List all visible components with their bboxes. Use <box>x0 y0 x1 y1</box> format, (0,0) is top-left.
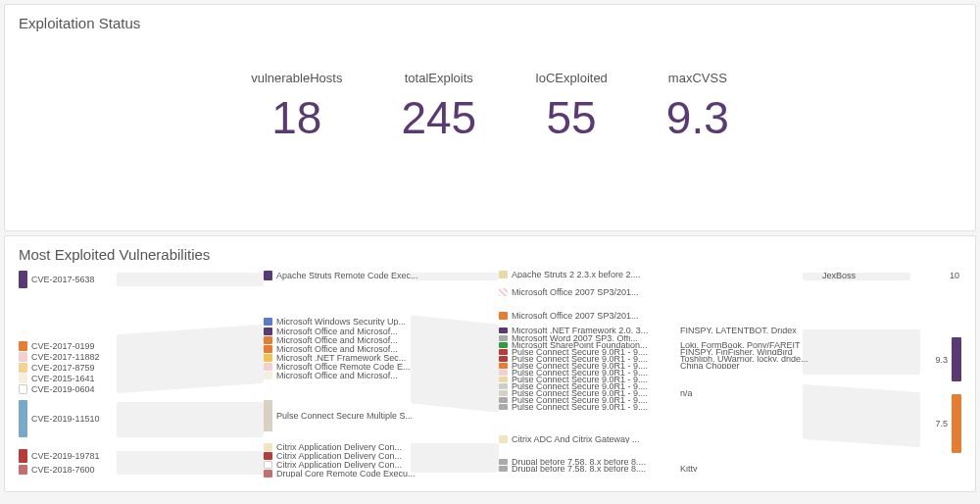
node-label: Pulse Connect Secure 9.0R1 - 9.... <box>512 356 648 362</box>
node-label: Microsoft SharePoint Foundation... <box>512 342 648 348</box>
color-swatch <box>19 352 27 362</box>
sankey-version-node[interactable]: Microsoft Office 2007 SP3/201... <box>499 312 812 320</box>
color-swatch <box>499 271 508 278</box>
sankey-vuln-node[interactable]: Microsoft Office and Microsof... <box>264 372 489 379</box>
score-label: 7.5 <box>935 419 948 428</box>
sankey-diagram[interactable]: CVE-2017-5638CVE-2017-0199CVE-2017-11882… <box>19 271 961 484</box>
node-label: Citrix ADC And Citrix Gateway ... <box>512 435 640 443</box>
color-swatch <box>19 384 27 394</box>
sankey-cve-node[interactable]: CVE-2019-0604 <box>19 384 244 394</box>
node-label: CVE-2017-8759 <box>31 363 95 373</box>
sankey-vuln-node[interactable]: Microsoft Office Remote Code E... <box>264 363 489 371</box>
sankey-cve-node[interactable]: CVE-2019-11510 <box>19 400 244 437</box>
sankey-version-node[interactable]: Citrix ADC And Citrix Gateway ... <box>499 435 812 443</box>
stat-label: vulnerableHosts <box>251 71 342 85</box>
color-swatch <box>499 356 508 362</box>
sankey-vuln-node[interactable]: Citrix Application Delivery Con... <box>264 443 489 451</box>
sankey-cve-node[interactable]: CVE-2017-0199 <box>19 341 244 351</box>
color-swatch <box>264 372 272 379</box>
color-swatch <box>499 312 508 320</box>
sankey-version-node[interactable]: Pulse Connect Secure 9.0R1 - 9....FINSPY… <box>499 349 812 355</box>
sankey-version-node[interactable]: Microsoft .NET Framework 2.0, 3...FINSPY… <box>499 328 812 333</box>
sankey-version-node[interactable]: Pulse Connect Secure 9.0R1 - 9.... <box>499 370 812 376</box>
color-swatch <box>19 341 27 351</box>
sankey-version-node[interactable]: Pulse Connect Secure 9.0R1 - 9.... <box>499 404 812 410</box>
sankey-cve-node[interactable]: CVE-2018-7600 <box>19 465 244 475</box>
sankey-vuln-node[interactable]: Microsoft Windows Security Up... <box>264 318 489 326</box>
node-label: Drupal Core Remote Code Execu... <box>276 470 416 478</box>
sankey-version-node[interactable]: Drupal before 7.58, 8.x before 8....Kitt… <box>499 466 812 472</box>
color-swatch <box>264 354 272 362</box>
node-label: Microsoft Office and Microsof... <box>276 345 398 353</box>
stat-value: 245 <box>401 95 476 140</box>
stat-value: 55 <box>535 95 608 140</box>
sankey-cve-node[interactable]: CVE-2017-11882 <box>19 352 244 362</box>
sankey-version-node[interactable]: Microsoft Office 2007 SP3/201... <box>499 288 812 296</box>
sankey-vuln-node[interactable]: Pulse Connect Secure Multiple S... <box>264 400 489 431</box>
stat-total-exploits: totalExploits 245 <box>401 71 476 140</box>
color-swatch <box>19 271 27 288</box>
node-label: CVE-2019-11510 <box>31 414 100 424</box>
score-bar[interactable] <box>952 337 961 381</box>
color-swatch <box>264 363 272 371</box>
sankey-version-node[interactable]: Pulse Connect Secure 9.0R1 - 9....n/a <box>499 390 812 396</box>
sankey-tool-label: JexBoss <box>822 271 856 280</box>
node-label: Pulse Connect Secure 9.0R1 - 9.... <box>512 397 648 403</box>
node-label: CVE-2017-11882 <box>31 352 100 362</box>
sankey-vuln-node[interactable]: Microsoft Office and Microsof... <box>264 328 489 335</box>
color-swatch <box>499 466 508 472</box>
sankey-version-node[interactable]: Pulse Connect Secure 9.0R1 - 9.... <box>499 397 812 403</box>
sankey-version-node[interactable]: Pulse Connect Secure 9.0R1 - 9....Toshli… <box>499 356 812 362</box>
color-swatch <box>499 370 508 376</box>
node-extra-label: FINSPY, LATENTBOT, Dridex <box>680 328 797 333</box>
score-bar[interactable] <box>952 394 961 453</box>
sankey-cve-node[interactable]: CVE-2017-5638 <box>19 271 244 288</box>
sankey-cve-node[interactable]: CVE-2015-1641 <box>19 374 244 383</box>
node-label: Apache Struts 2 2.3.x before 2.... <box>512 271 641 278</box>
color-swatch <box>499 335 508 341</box>
color-swatch <box>499 404 508 410</box>
color-swatch <box>19 374 27 383</box>
node-label: CVE-2019-19781 <box>31 451 100 461</box>
stat-value: 9.3 <box>666 95 729 140</box>
node-label: Drupal before 7.58, 8.x before 8.... <box>512 459 646 465</box>
node-label: Microsoft Office and Microsof... <box>276 328 398 335</box>
sankey-vuln-node[interactable]: Citrix Application Delivery Con... <box>264 452 489 460</box>
color-swatch <box>499 377 508 382</box>
sankey-cve-node[interactable]: CVE-2019-19781 <box>19 449 244 463</box>
stat-value: 18 <box>251 95 342 140</box>
most-exploited-panel: Most Exploited Vulnerabilities CVE-2017-… <box>4 235 976 492</box>
node-label: Microsoft Office Remote Code E... <box>276 363 410 371</box>
sankey-version-node[interactable]: Microsoft Word 2007 SP3, Offi... <box>499 335 812 341</box>
node-label: Apache Struts Remote Code Exec... <box>276 271 418 280</box>
sankey-version-node[interactable]: Pulse Connect Secure 9.0R1 - 9.... <box>499 377 812 382</box>
sankey-vuln-node[interactable]: Microsoft Office and Microsof... <box>264 345 489 353</box>
node-label: Microsoft .NET Framework Sec... <box>276 354 406 362</box>
sankey-version-node[interactable]: Pulse Connect Secure 9.0R1 - 9....China … <box>499 363 812 369</box>
sankey-version-node[interactable]: Apache Struts 2 2.3.x before 2.... <box>499 271 812 278</box>
sankey-version-node[interactable]: Microsoft SharePoint Foundation...Loki, … <box>499 342 812 348</box>
sankey-version-node[interactable]: Pulse Connect Secure 9.0R1 - 9.... <box>499 383 812 389</box>
node-label: Pulse Connect Secure 9.0R1 - 9.... <box>512 377 648 382</box>
status-stats-row: vulnerableHosts 18 totalExploits 245 IoC… <box>19 71 961 140</box>
color-swatch <box>264 400 272 431</box>
node-label: CVE-2015-1641 <box>31 374 95 383</box>
sankey-vuln-node[interactable]: Citrix Application Delivery Con... <box>264 461 489 469</box>
node-label: Pulse Connect Secure 9.0R1 - 9.... <box>512 370 648 376</box>
color-swatch <box>19 400 27 437</box>
stat-label: IoCExploited <box>535 71 608 85</box>
stat-label: totalExploits <box>401 71 476 85</box>
sankey-vuln-node[interactable]: Microsoft .NET Framework Sec... <box>264 354 489 362</box>
sankey-vuln-node[interactable]: Microsoft Office and Microsof... <box>264 336 489 344</box>
sankey-version-node[interactable]: Drupal before 7.58, 8.x before 8.... <box>499 459 812 465</box>
node-label: Microsoft Office and Microsof... <box>276 372 398 379</box>
sankey-vuln-node[interactable]: Drupal Core Remote Code Execu... <box>264 470 489 478</box>
node-label: CVE-2019-0604 <box>31 384 95 394</box>
stat-max-cvss: maxCVSS 9.3 <box>666 71 729 140</box>
node-label: Citrix Application Delivery Con... <box>276 452 402 460</box>
sankey-vuln-node[interactable]: Apache Struts Remote Code Exec... <box>264 271 489 280</box>
sankey-cve-node[interactable]: CVE-2017-8759 <box>19 363 244 373</box>
score-label: 9.3 <box>935 355 948 365</box>
node-label: Citrix Application Delivery Con... <box>276 461 402 469</box>
color-swatch <box>264 318 272 326</box>
